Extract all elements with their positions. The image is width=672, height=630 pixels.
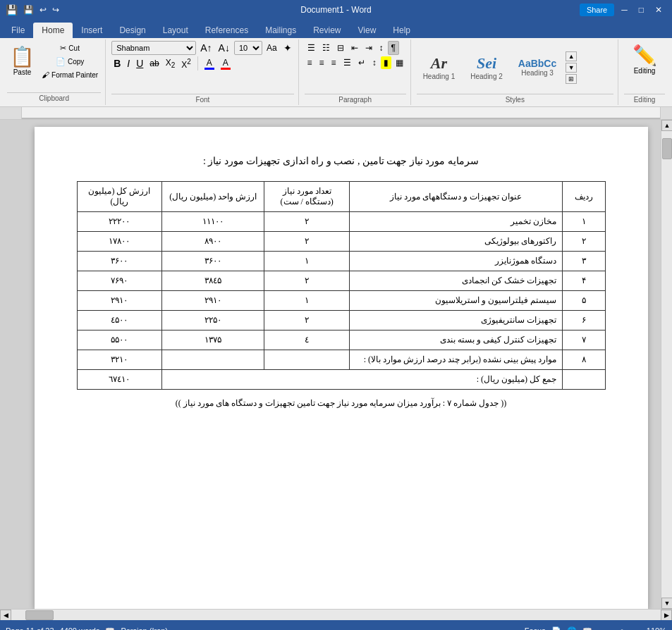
scroll-left-button[interactable]: ◀ [0, 610, 11, 621]
scroll-down-button[interactable]: ▼ [661, 598, 672, 609]
cell-title: تجهیزات کنترل کیفی و بسته بندی [350, 331, 563, 350]
h-scroll-track[interactable] [11, 610, 661, 620]
tab-view[interactable]: View [350, 23, 385, 38]
bullets-button[interactable]: ☰ [305, 42, 318, 54]
styles-scrollbar: ▲ ▼ ⊞ [566, 51, 577, 84]
horizontal-scrollbar[interactable]: ◀ ▶ [0, 609, 672, 620]
paste-button[interactable]: 📋 Paste [7, 42, 37, 80]
quick-access-save[interactable]: 💾 [23, 5, 34, 15]
footer-label: جمع کل (میلیون ریال) : [162, 370, 563, 390]
focus-button[interactable]: Focus [525, 626, 546, 630]
scroll-thumb[interactable] [662, 138, 672, 159]
styles-expand[interactable]: ⊞ [566, 74, 577, 84]
paste-icon: 📋 [10, 45, 35, 68]
sort-button[interactable]: ↕ [377, 42, 386, 54]
tab-home[interactable]: Home [33, 23, 73, 38]
tab-insert[interactable]: Insert [73, 23, 111, 38]
proofing-icon: 📖 [105, 626, 115, 631]
tab-review[interactable]: Review [305, 23, 349, 38]
scroll-right-button[interactable]: ▶ [661, 610, 672, 621]
table-row: ۶ تجهیزات سانتریفیوژی ۲ ۲۲۵۰ ٤۵۰۰ [77, 311, 605, 331]
cut-button[interactable]: ✂ Cut [39, 42, 101, 54]
styles-scroll-down[interactable]: ▼ [566, 63, 577, 73]
line-spacing-button[interactable]: ↕ [369, 56, 379, 69]
cell-count: ۱ [264, 252, 350, 271]
maximize-button[interactable]: □ [635, 4, 648, 16]
cell-total: ۲۲۲۰۰ [77, 212, 162, 232]
multilevel-list-button[interactable]: ⊟ [334, 42, 347, 54]
decrease-indent-button[interactable]: ⇤ [348, 42, 361, 54]
ruler-area [0, 107, 672, 120]
numbering-button[interactable]: ☷ [319, 42, 333, 54]
ribbon: 📋 Paste ✂ Cut 📄 Copy 🖌 Format Painter Cl… [0, 38, 672, 107]
tab-help[interactable]: Help [384, 23, 419, 38]
format-painter-button[interactable]: 🖌 Format Painter [39, 69, 101, 80]
underline-button[interactable]: U [134, 57, 145, 70]
share-button[interactable]: Share [580, 4, 614, 16]
font-size-select[interactable]: 10 [234, 41, 262, 55]
cell-unit: ۸۹۰۰ [162, 232, 264, 252]
close-button[interactable]: ✕ [651, 4, 666, 16]
text-highlight-button[interactable]: A [202, 57, 216, 70]
font-size-increase[interactable]: A↑ [198, 42, 214, 54]
style-heading3[interactable]: AaBbCc Heading 3 [512, 54, 563, 80]
page-title: سرمایه مورد نیاز جهت تامین , نصب و راه ا… [77, 155, 606, 167]
clear-formatting-button[interactable]: ✦ [281, 42, 294, 54]
editing-group-label: Editing [624, 94, 665, 104]
rtl-button[interactable]: ↵ [355, 56, 368, 69]
cell-radif: ۶ [563, 311, 605, 331]
view-read-icon[interactable]: 📖 [582, 626, 592, 631]
change-case-button[interactable]: Aa [264, 42, 279, 54]
vertical-scrollbar[interactable]: ▲ ▼ [661, 120, 672, 609]
view-web-icon[interactable]: 🌐 [567, 626, 577, 631]
font-size-decrease[interactable]: A↓ [216, 42, 232, 54]
bold-button[interactable]: B [111, 57, 123, 70]
font-color-button[interactable]: A [219, 57, 233, 70]
tab-mailings[interactable]: Mailings [257, 23, 305, 38]
header-unit: ارزش واحد (میلیون ریال) [162, 182, 264, 212]
tab-file[interactable]: File [3, 23, 33, 38]
show-formatting-button[interactable]: ¶ [388, 41, 399, 55]
zoom-slider[interactable]: ────●─── [598, 626, 641, 630]
justify-button[interactable]: ☰ [341, 56, 354, 69]
cell-radif: ۵ [563, 291, 605, 311]
doc-scroll-area[interactable]: سرمایه مورد نیاز جهت تامین , نصب و راه ا… [21, 120, 661, 609]
subscript-button[interactable]: X2 [164, 57, 178, 70]
quick-access-redo[interactable]: ↪ [52, 5, 59, 15]
cell-total: ۳۶۰۰ [77, 252, 162, 271]
style-heading1[interactable]: Ar Heading 1 [417, 51, 462, 84]
heading3-preview: AaBbCc [518, 58, 556, 69]
cell-title: دستگاه هموژنایزر [350, 252, 563, 271]
editing-button[interactable]: ✏️ Editing [627, 41, 663, 78]
scroll-up-button[interactable]: ▲ [661, 120, 672, 131]
align-right-button[interactable]: ≡ [329, 56, 339, 69]
font-name-select[interactable]: Shabnam [111, 41, 196, 55]
font-group-label: Font [111, 94, 293, 104]
heading2-preview: Sei [477, 54, 496, 73]
h-scroll-thumb[interactable] [25, 610, 54, 620]
borders-button[interactable]: ▦ [393, 56, 406, 69]
view-print-icon[interactable]: 📄 [551, 626, 561, 631]
quick-access-undo[interactable]: ↩ [39, 5, 47, 15]
tab-layout[interactable]: Layout [154, 23, 197, 38]
tab-design[interactable]: Design [111, 23, 154, 38]
copy-button[interactable]: 📄 Copy [39, 56, 101, 68]
cell-title: مخازن تخمیر [350, 212, 563, 232]
scroll-track[interactable] [661, 131, 672, 598]
superscript-button[interactable]: X2 [179, 57, 193, 70]
cell-unit: ۳۸٤۵ [162, 271, 264, 291]
style-heading2[interactable]: Sei Heading 2 [464, 51, 509, 84]
minimize-button[interactable]: ─ [617, 4, 632, 16]
align-center-button[interactable]: ≡ [317, 56, 327, 69]
italic-button[interactable]: I [125, 57, 132, 70]
cell-unit: ۱۳۷۵ [162, 331, 264, 350]
tab-references[interactable]: References [197, 23, 257, 38]
align-left-button[interactable]: ≡ [305, 56, 315, 69]
cell-unit: ۱۱۱۰۰ [162, 212, 264, 232]
cell-count: ۲ [264, 311, 350, 331]
font-group: Shabnam A↑ A↓ 10 Aa ✦ B I U ab X2 X2 A A [107, 39, 298, 105]
increase-indent-button[interactable]: ⇥ [362, 42, 375, 54]
styles-scroll-up[interactable]: ▲ [566, 51, 577, 61]
strikethrough-button[interactable]: ab [147, 58, 161, 69]
shading-button[interactable]: ▮ [381, 56, 391, 69]
